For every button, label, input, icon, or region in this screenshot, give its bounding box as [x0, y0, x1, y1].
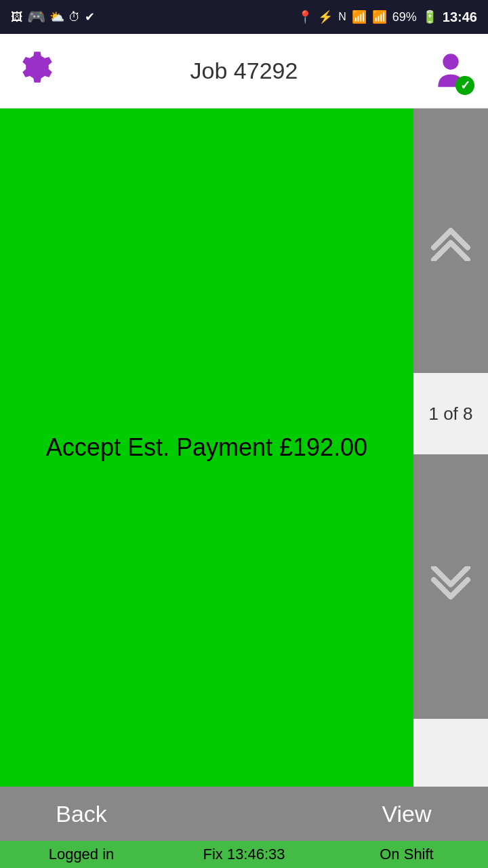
timer-icon: ⏱ — [68, 10, 81, 24]
location-icon: 📍 — [298, 9, 312, 24]
right-navigation: 1 of 8 — [413, 108, 488, 787]
app1-icon: 🎮 — [27, 8, 45, 26]
header: Job 47292 ✓ — [0, 34, 488, 108]
back-button[interactable]: Back — [0, 787, 163, 841]
fix-status: Fix 13:46:33 — [163, 841, 325, 868]
svg-point-0 — [443, 54, 458, 69]
gallery-icon: 🖼 — [11, 10, 23, 24]
view-column: View On Shift — [325, 787, 488, 868]
back-column: Back Logged in — [0, 787, 163, 868]
scroll-up-button[interactable] — [413, 108, 488, 373]
status-icons-left: 🖼 🎮 ⛅ ⏱ ✔ — [11, 8, 292, 26]
on-shift-status: On Shift — [325, 841, 488, 868]
bottom-bar: Back Logged in Fix 13:46:33 View On Shif… — [0, 787, 488, 868]
battery-icon: 🔋 — [422, 9, 437, 24]
accept-payment-label: Accept Est. Payment £192.00 — [46, 433, 367, 462]
user-profile-button[interactable]: ✓ — [427, 47, 474, 95]
page-title: Job 47292 — [190, 58, 298, 84]
signal-icon: 📶 — [372, 9, 387, 24]
page-indicator: 1 of 8 — [413, 373, 488, 454]
chevron-down-icon — [427, 566, 474, 607]
logged-in-status: Logged in — [0, 841, 163, 868]
user-check-badge: ✓ — [455, 76, 474, 95]
chevron-up-icon — [427, 220, 474, 261]
wifi-icon: 📶 — [352, 9, 367, 24]
view-button[interactable]: View — [325, 787, 488, 841]
middle-column: Fix 13:46:33 — [163, 787, 325, 868]
status-icons-right: 📍 ⚡ N 📶 📶 69% 🔋 13:46 — [298, 9, 477, 25]
gear-icon — [16, 50, 59, 93]
clock-display: 13:46 — [443, 9, 477, 25]
task-icon: ✔ — [85, 9, 95, 24]
nfc-icon: N — [338, 11, 346, 23]
settings-button[interactable] — [14, 47, 61, 95]
accept-button[interactable]: Accept Est. Payment £192.00 — [0, 108, 413, 787]
status-bar: 🖼 🎮 ⛅ ⏱ ✔ 📍 ⚡ N 📶 📶 69% 🔋 13:46 — [0, 0, 488, 34]
weather-icon: ⛅ — [49, 9, 64, 24]
main-content: Accept Est. Payment £192.00 1 of 8 — [0, 108, 488, 787]
bluetooth-icon: ⚡ — [318, 9, 333, 24]
battery-indicator: 69% — [392, 10, 417, 24]
scroll-down-button[interactable] — [413, 454, 488, 719]
